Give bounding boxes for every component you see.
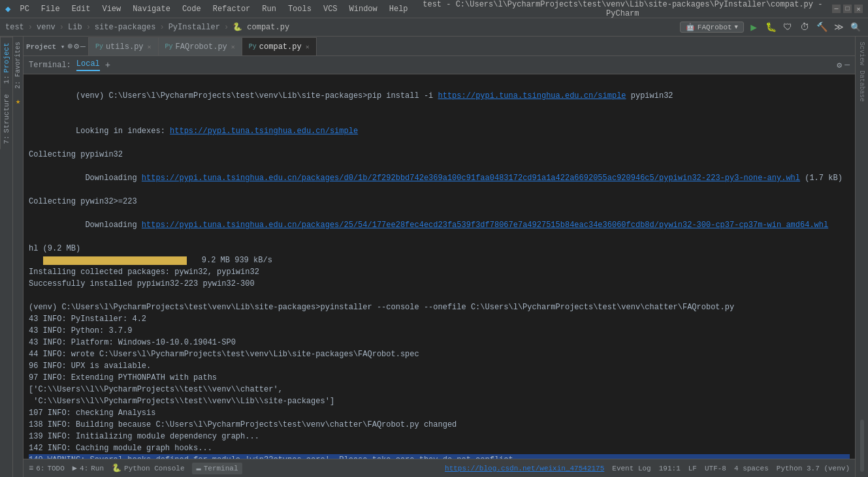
menu-code[interactable]: Code [177,3,206,15]
python-console-button[interactable]: 🐍 Python Console [112,463,184,473]
breadcrumb-venv[interactable]: venv [37,23,56,32]
structure-panel-label[interactable]: 7: Structure [0,89,12,149]
project-dropdown[interactable]: Project ▾ [26,42,65,51]
csdn-link[interactable]: https://blog.csdn.net/weixin_47542175 [445,465,604,472]
terminal-label-bottom: Terminal [204,465,238,472]
menu-navigate[interactable]: Navigate [127,3,176,15]
terminal-header: Terminal: Local + ⚙ — [24,56,855,74]
tab-close-compat[interactable]: ✕ [306,43,310,51]
charset-indicator: UTF-8 [705,465,726,472]
term-line-5: Collecting pywin32>=223 [29,196,850,208]
term-line-11: 43 INFO: PyInstaller: 4.2 [29,313,850,325]
tab-compat[interactable]: Py compat.py ✕ [242,37,317,55]
term-line-13: 43 INFO: Platform: Windows-10-10.0.19041… [29,337,850,348]
debug-button[interactable]: 🐛 [764,20,778,35]
term-line-10: (venv) C:\Users\l\PycharmProjects\test\v… [29,301,850,313]
run-config-dropdown[interactable]: 🤖 FAQrobot ▼ [680,22,744,33]
terminal-settings-icon[interactable]: ⚙ [837,60,842,70]
term-line-warning: 149 WARNING: Several hooks defined for m… [29,454,850,459]
link-pypi-1[interactable]: https://pypi.tuna.tsinghua.edu.cn/simple [438,91,626,100]
link-pypiwin32[interactable]: https://pypi.tuna.tsinghua.edu.cn/packag… [142,174,800,183]
menu-file[interactable]: File [36,3,65,15]
scrollbar-thumb[interactable] [860,420,864,472]
run-button[interactable]: ▶ [747,20,761,35]
breadcrumb-pyinstaller[interactable]: PyInstaller [169,23,220,32]
breadcrumb-lib[interactable]: Lib [68,23,82,32]
menu-run[interactable]: Run [257,3,281,15]
add-tab-icon[interactable]: ⊕ [67,41,72,52]
breadcrumb-test[interactable]: test [5,23,24,32]
run-panel-label: Run [91,465,104,472]
run-panel-button[interactable]: ▶ 4: Run [72,463,104,473]
event-log[interactable]: Event Log [612,465,651,472]
terminal-label: Terminal: [29,61,71,70]
terminal-add-button[interactable]: + [105,60,110,70]
title-bar-menu: PC File Edit View Navigate Code Refactor… [14,3,413,15]
project-toolbar: Project ▾ ⊕ ⚙ — [24,37,89,55]
minimize-tab-icon[interactable]: — [80,42,86,52]
more-button[interactable]: ≫ [831,20,846,35]
python-version[interactable]: Python 3.7 (venv) [777,465,850,472]
tab-close-faqrobot[interactable]: ✕ [231,43,235,51]
menu-edit[interactable]: Edit [67,3,96,15]
favorites-star[interactable]: ★ [16,97,20,106]
coverage-button[interactable]: 🛡 [780,20,795,35]
term-line-22: 142 INFO: Caching module graph hooks... [29,442,850,454]
maximize-button[interactable]: □ [843,5,852,13]
todo-label: TODO [47,465,64,472]
terminal-area: Terminal: Local + ⚙ — (venv) C:\Users\l\… [24,56,855,459]
run-config-arrow: ▼ [735,24,738,31]
menu-refactor[interactable]: Refactor [208,3,256,15]
position-indicator: 191:1 [659,465,681,472]
term-line-20: 138 INFO: Building because C:\Users\l\Py… [29,419,850,431]
menu-vcs[interactable]: VCS [318,3,343,15]
breadcrumb-site-packages[interactable]: site-packages [95,23,156,32]
search-button[interactable]: 🔍 [848,20,863,35]
close-button[interactable]: ✕ [854,5,863,13]
title-bar: ◆ PC File Edit View Navigate Code Refact… [0,0,868,18]
terminal-button[interactable]: ▬ Terminal [192,463,242,474]
menu-window[interactable]: Window [344,3,383,15]
terminal-content[interactable]: (venv) C:\Users\l\PycharmProjects\test\v… [24,74,855,459]
todo-num: 6: [36,465,44,472]
term-line-7: hl (9.2 MB) [29,243,850,254]
indent-indicator: 4 spaces [734,465,769,472]
tab-close-utils[interactable]: ✕ [148,43,152,51]
terminal-local-tab[interactable]: Local [76,59,100,71]
right-sidebar: Scview Database [855,37,868,477]
link-pywin32[interactable]: https://pypi.tuna.tsinghua.edu.cn/packag… [142,221,828,230]
tab-label-compat: compat.py [259,42,302,52]
run-panel-icon: ▶ [72,463,77,473]
run-config: 🤖 FAQrobot ▼ ▶ 🐛 🛡 ⏱ 🔨 ≫ 🔍 [680,20,863,35]
term-line-19: 107 INFO: checking Analysis [29,407,850,419]
bottom-right: https://blog.csdn.net/weixin_47542175 Ev… [445,465,850,472]
term-line-8: Installing collected packages: pywin32, … [29,266,850,278]
favorites-label[interactable]: 2: Favorites [14,39,22,91]
settings-tab-icon[interactable]: ⚙ [74,41,79,52]
breadcrumb-file: 🐍 compat.py [233,22,289,32]
term-line-16: 97 INFO: Extending PYTHONPATH with paths [29,372,850,384]
menu-help[interactable]: Help [384,3,413,15]
scview-panel[interactable]: Scview [858,39,866,68]
term-line-14: 44 INFO: wrote C:\Users\l\PycharmProject… [29,348,850,360]
menu-pc[interactable]: PC [14,3,34,15]
terminal-icon: ▬ [196,464,201,473]
link-pypi-2[interactable]: https://pypi.tuna.tsinghua.edu.cn/simple [170,127,358,136]
menu-tools[interactable]: Tools [283,3,317,15]
breadcrumb-bar: test › venv › Lib › site-packages › PyIn… [0,18,868,37]
todo-button[interactable]: ≡ 6: TODO [29,464,65,473]
tab-label-faqrobot: FAQrobot.py [176,42,227,52]
minimize-button[interactable]: — [832,5,841,13]
tab-faqrobot[interactable]: Py FAQrobot.py ✕ [159,37,242,55]
run-panel-num: 4: [80,465,88,472]
menu-view[interactable]: View [97,3,126,15]
build-button[interactable]: 🔨 [814,20,829,35]
progress-bar-fill [43,256,187,265]
database-panel[interactable]: Database [858,68,866,104]
tab-utils[interactable]: Py utils.py ✕ [89,37,159,55]
profile-button[interactable]: ⏱ [797,20,812,35]
terminal-minimize-icon[interactable]: — [844,60,850,70]
run-config-icon: 🤖 [686,23,695,31]
term-line-17: ['C:\\Users\\l\\PycharmProjects\\test\\v… [29,384,850,395]
project-panel-label[interactable]: 1: Project [0,37,12,89]
